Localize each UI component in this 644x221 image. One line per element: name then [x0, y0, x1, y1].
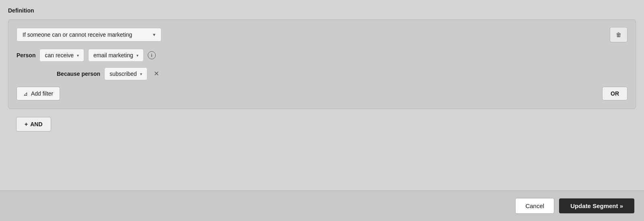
condition-box: If someone can or cannot receive marketi…	[8, 19, 636, 109]
email-marketing-select[interactable]: email marketing ▾	[88, 49, 144, 62]
or-button[interactable]: OR	[602, 87, 627, 100]
footer-bar: Cancel Update Segment »	[0, 190, 644, 221]
close-icon: ✕	[154, 70, 159, 77]
and-label: AND	[30, 121, 42, 127]
can-receive-select[interactable]: can receive ▾	[39, 49, 84, 62]
main-container: Definition If someone can or cannot rece…	[0, 0, 644, 221]
trash-icon: 🗑	[616, 31, 621, 38]
cancel-button[interactable]: Cancel	[515, 198, 554, 214]
cancel-label: Cancel	[525, 202, 544, 209]
definition-section: Definition If someone can or cannot rece…	[0, 0, 644, 190]
person-condition-row: Person can receive ▾ email marketing ▾ i	[17, 49, 627, 62]
condition-type-select[interactable]: If someone can or cannot receive marketi…	[17, 28, 161, 42]
condition-type-chevron: ▾	[153, 32, 155, 38]
or-label: OR	[611, 90, 619, 97]
update-segment-button[interactable]: Update Segment »	[559, 198, 634, 213]
delete-condition-button[interactable]: 🗑	[610, 27, 627, 42]
add-filter-button[interactable]: ⊿ Add filter	[17, 87, 60, 100]
email-marketing-chevron: ▾	[136, 53, 138, 58]
email-marketing-value: email marketing	[93, 52, 133, 58]
because-person-label: Because person	[57, 71, 100, 77]
and-plus-icon: +	[25, 121, 28, 127]
person-label: Person	[17, 52, 35, 58]
update-label: Update Segment »	[570, 202, 623, 209]
subscribed-chevron: ▾	[140, 72, 142, 76]
info-icon[interactable]: i	[148, 51, 156, 59]
and-section: + AND	[8, 109, 636, 131]
and-button[interactable]: + AND	[16, 117, 51, 131]
can-receive-value: can receive	[45, 52, 74, 58]
subscribed-select[interactable]: subscribed ▾	[104, 67, 147, 80]
condition-bottom-row: ⊿ Add filter OR	[17, 87, 627, 100]
sub-condition-row: Because person subscribed ▾ ✕	[17, 67, 627, 80]
remove-subcondition-button[interactable]: ✕	[151, 70, 161, 78]
condition-top-row: If someone can or cannot receive marketi…	[17, 27, 627, 42]
can-receive-chevron: ▾	[77, 53, 79, 58]
add-filter-label: Add filter	[31, 90, 53, 97]
subscribed-value: subscribed	[109, 71, 137, 77]
filter-icon: ⊿	[23, 91, 28, 97]
condition-type-text: If someone can or cannot receive marketi…	[23, 31, 132, 38]
definition-label: Definition	[8, 7, 636, 14]
